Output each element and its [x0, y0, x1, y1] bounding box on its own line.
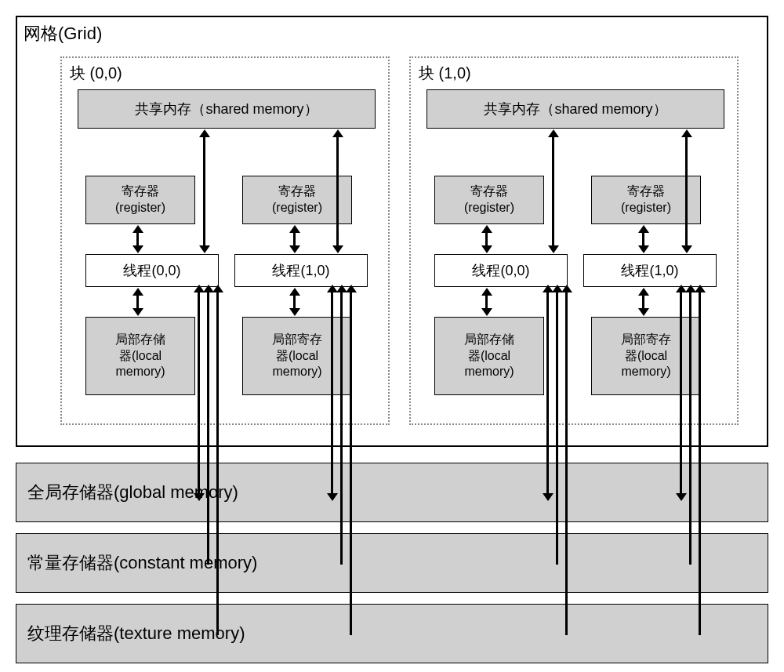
- local-mem-line: 器(local: [119, 348, 162, 365]
- arrow-thread-global: [546, 292, 549, 494]
- arrow-thread-local: [642, 295, 644, 309]
- register-en: (register): [464, 200, 514, 216]
- block-label: 块 (1,0): [419, 63, 471, 84]
- register-cn: 寄存器: [470, 183, 508, 200]
- block-label: 块 (0,0): [70, 63, 122, 84]
- register-en: (register): [272, 200, 322, 216]
- local-mem-line: memory): [115, 364, 165, 380]
- arrow-reg-thread: [485, 232, 488, 246]
- local-memory-box: 局部存储 器(local memory): [434, 317, 544, 395]
- register-cn: 寄存器: [278, 183, 316, 200]
- arrow-shared-thread: [336, 136, 339, 246]
- arrow-thread-texture: [216, 292, 219, 635]
- local-mem-line: 局部存储: [115, 332, 165, 348]
- arrow-thread-global: [680, 292, 682, 494]
- diagram-root: 网格(Grid) 块 (0,0) 共享内存（shared memory） 寄存器…: [0, 0, 784, 672]
- arrow-shared-thread: [685, 136, 688, 246]
- register-box: 寄存器 (register): [242, 176, 352, 224]
- arrow-thread-constant: [689, 292, 691, 565]
- local-mem-line: memory): [464, 364, 514, 380]
- register-box: 寄存器 (register): [85, 176, 195, 224]
- texture-memory-bar: 纹理存储器(texture memory): [16, 604, 768, 663]
- shared-memory-box: 共享内存（shared memory）: [78, 89, 376, 129]
- arrow-thread-texture: [565, 292, 568, 635]
- local-mem-line: 局部寄存: [272, 332, 322, 348]
- constant-memory-bar: 常量存储器(constant memory): [16, 533, 768, 593]
- local-memory-box: 局部寄存 器(local memory): [591, 317, 701, 395]
- arrow-thread-local: [136, 295, 139, 309]
- arrow-thread-global: [198, 292, 200, 494]
- grid-box: 网格(Grid) 块 (0,0) 共享内存（shared memory） 寄存器…: [16, 16, 768, 447]
- local-memory-box: 局部寄存 器(local memory): [242, 317, 352, 395]
- local-memory-box: 局部存储 器(local memory): [85, 317, 195, 395]
- local-mem-line: 器(local: [276, 348, 318, 365]
- register-en: (register): [115, 200, 165, 216]
- register-box: 寄存器 (register): [591, 176, 701, 224]
- global-memory-bar: 全局存储器(global memory): [16, 463, 768, 522]
- arrow-reg-thread: [136, 232, 139, 246]
- arrow-thread-constant: [207, 292, 209, 565]
- grid-label: 网格(Grid): [24, 22, 102, 45]
- arrow-thread-constant: [340, 292, 343, 565]
- local-mem-line: memory): [272, 364, 321, 380]
- local-mem-line: 器(local: [625, 348, 667, 365]
- thread-box: 线程(1,0): [583, 254, 717, 287]
- thread-box: 线程(0,0): [434, 254, 568, 287]
- thread-box: 线程(0,0): [85, 254, 219, 287]
- register-cn: 寄存器: [627, 183, 665, 200]
- arrow-shared-thread: [203, 136, 205, 246]
- local-mem-line: 局部存储: [464, 332, 514, 348]
- arrow-thread-constant: [556, 292, 558, 565]
- arrow-thread-local: [293, 295, 296, 309]
- arrow-thread-global: [331, 292, 333, 494]
- arrow-thread-texture: [350, 292, 352, 635]
- arrow-thread-local: [485, 295, 488, 309]
- local-mem-line: 器(local: [468, 348, 510, 365]
- arrow-shared-thread: [552, 136, 554, 246]
- arrow-reg-thread: [642, 232, 644, 246]
- shared-memory-box: 共享内存（shared memory）: [426, 89, 724, 129]
- register-box: 寄存器 (register): [434, 176, 544, 224]
- register-en: (register): [621, 200, 671, 216]
- arrow-thread-texture: [699, 292, 701, 635]
- thread-box: 线程(1,0): [234, 254, 368, 287]
- local-mem-line: memory): [621, 364, 670, 380]
- register-cn: 寄存器: [122, 183, 159, 200]
- arrow-reg-thread: [293, 232, 296, 246]
- local-mem-line: 局部寄存: [621, 332, 671, 348]
